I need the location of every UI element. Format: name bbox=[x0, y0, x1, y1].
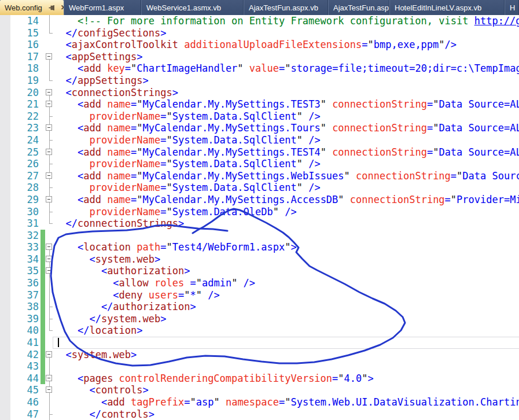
token: " bbox=[167, 241, 172, 253]
pin-icon[interactable] bbox=[48, 4, 56, 12]
code-text[interactable]: <system.web> bbox=[54, 349, 519, 361]
fold-line bbox=[49, 27, 50, 33]
tab-ajaxtestfun-aspx[interactable]: AjaxTestFun.aspx bbox=[328, 0, 389, 15]
code-text[interactable]: <system.web> bbox=[54, 253, 519, 266]
fold-margin bbox=[45, 373, 54, 385]
code-text[interactable]: <add name="MyCalendar.My.MySettings.WebI… bbox=[54, 170, 519, 182]
code-text[interactable]: <add name="MyCalendar.My.MySettings.Acce… bbox=[54, 194, 519, 206]
fold-toggle-icon[interactable] bbox=[46, 267, 52, 274]
code-text[interactable]: </configSections> bbox=[54, 27, 519, 39]
text-cursor bbox=[58, 338, 59, 347]
change-bar bbox=[41, 289, 45, 301]
code-text[interactable]: <add name="MyCalendar.My.MySettings.TEST… bbox=[54, 146, 519, 159]
tab-h[interactable]: H bbox=[505, 0, 519, 15]
code-text[interactable]: providerName="System.Data.SqlClient" /> bbox=[54, 182, 519, 194]
tab-label: HotelEditInLineLV.aspx.vb bbox=[395, 3, 481, 12]
fold-toggle-icon[interactable] bbox=[46, 375, 52, 381]
token: < bbox=[54, 384, 95, 396]
code-text[interactable]: <pages controlRenderingCompatibilityVers… bbox=[54, 373, 519, 385]
fold-toggle-icon[interactable] bbox=[46, 89, 52, 95]
token: providerName bbox=[54, 110, 160, 122]
tab-webservice1-asmx-vb[interactable]: WebService1.asmx.vb bbox=[141, 0, 244, 15]
fold-toggle-icon[interactable] bbox=[46, 124, 52, 131]
fold-margin bbox=[45, 337, 54, 349]
code-text[interactable]: <add name="MyCalendar.My.MySettings.Tour… bbox=[54, 122, 519, 134]
code-text[interactable]: <controls> bbox=[54, 384, 519, 396]
token: add bbox=[83, 62, 101, 74]
code-text[interactable]: <add tagPrefix="asp" namespace="System.W… bbox=[54, 396, 519, 408]
token: > bbox=[131, 349, 137, 360]
code-text[interactable]: <ajaxControlToolkit additionalUploadFile… bbox=[54, 39, 519, 51]
token: > bbox=[290, 241, 296, 253]
fold-margin bbox=[45, 241, 54, 253]
fold-toggle-icon[interactable] bbox=[46, 256, 52, 262]
code-text[interactable]: </authorization> bbox=[54, 301, 519, 313]
fold-toggle-icon[interactable] bbox=[46, 244, 52, 250]
code-text[interactable]: </connectionStrings> bbox=[54, 218, 519, 230]
editor[interactable]: 14 <!-- For more information on Entity F… bbox=[0, 15, 519, 420]
fold-line bbox=[49, 396, 50, 408]
fold-toggle-icon[interactable] bbox=[46, 386, 52, 393]
fold-toggle-icon[interactable] bbox=[46, 196, 52, 202]
token: < bbox=[54, 170, 83, 182]
code-text[interactable] bbox=[54, 337, 519, 349]
code-line-23: 23 <add name="MyCalendar.My.MySettings.T… bbox=[0, 122, 519, 134]
code-text[interactable]: <allow roles ="admin" /> bbox=[54, 277, 519, 289]
code-text[interactable]: providerName="System.Data.SqlClient" /> bbox=[54, 110, 519, 123]
token: connectionString bbox=[326, 146, 427, 158]
line-number: 24 bbox=[0, 134, 41, 146]
code-text[interactable] bbox=[54, 230, 519, 242]
token: add bbox=[83, 146, 101, 158]
code-text[interactable]: <authorization> bbox=[54, 265, 519, 277]
line-number: 31 bbox=[0, 218, 41, 230]
tab-ajaxtestfun-aspx-vb[interactable]: AjaxTestFun.aspx.vb bbox=[244, 0, 328, 15]
fold-toggle-icon[interactable] bbox=[46, 101, 52, 107]
fold-margin bbox=[45, 27, 54, 39]
line-number: 27 bbox=[0, 170, 41, 182]
tab-hoteleditinlinelv-aspx-vb[interactable]: HotelEditInLineLV.aspx.vb bbox=[389, 0, 505, 15]
token: /> bbox=[303, 110, 321, 122]
token: add bbox=[107, 396, 125, 408]
code-text[interactable] bbox=[54, 360, 519, 373]
code-text[interactable]: <appSettings> bbox=[54, 51, 519, 63]
token: " bbox=[166, 110, 172, 122]
tab-webform1-aspx[interactable]: WebForm1.aspx bbox=[64, 0, 141, 15]
tab-web-config[interactable]: Web.config✕ bbox=[0, 0, 64, 15]
token: " bbox=[131, 62, 137, 74]
code-text[interactable]: providerName="System.Data.SqlClient" /> bbox=[54, 134, 519, 146]
token: MyCalendar.My.MySettings.Tours bbox=[143, 122, 321, 134]
code-text[interactable]: </controls> bbox=[54, 408, 519, 420]
token: <!-- For more information on Entity Fram… bbox=[54, 15, 474, 27]
code-text[interactable]: <location path="Test4/WebForm1.aspx"> bbox=[54, 241, 519, 253]
token: " bbox=[367, 39, 373, 50]
token: MyCalendar.My.MySettings.TEST4 bbox=[143, 146, 321, 158]
fold-margin bbox=[45, 313, 54, 325]
code-text[interactable]: </location> bbox=[54, 325, 519, 337]
code-line-34: 34 <system.web> bbox=[0, 253, 519, 266]
change-bar-empty bbox=[41, 75, 45, 87]
change-bar bbox=[41, 360, 45, 373]
token: " bbox=[338, 194, 344, 205]
token: /> bbox=[303, 134, 321, 146]
code-text[interactable]: <connectionStrings> bbox=[54, 87, 519, 99]
fold-toggle-icon[interactable] bbox=[46, 172, 52, 179]
code-line-45: 45 <controls> bbox=[0, 384, 519, 396]
fold-toggle-icon[interactable] bbox=[46, 53, 52, 60]
code-text[interactable]: </appSettings> bbox=[54, 75, 519, 87]
fold-region-end bbox=[49, 212, 53, 212]
token: = bbox=[160, 182, 166, 193]
line-number: 14 bbox=[0, 15, 41, 27]
fold-margin bbox=[45, 384, 54, 396]
code-text[interactable]: <!-- For more information on Entity Fram… bbox=[54, 15, 519, 27]
code-text[interactable]: <add key="ChartImageHandler" value="stor… bbox=[54, 62, 519, 75]
code-text[interactable]: <deny users="*" /> bbox=[54, 289, 519, 301]
fold-toggle-icon[interactable] bbox=[46, 149, 52, 155]
code-area: 14 <!-- For more information on Entity F… bbox=[0, 15, 519, 420]
code-text[interactable]: providerName="System.Data.OleDb" /> bbox=[54, 206, 519, 218]
fold-toggle-icon[interactable] bbox=[46, 351, 52, 358]
code-text[interactable]: </system.web> bbox=[54, 313, 519, 325]
token: /> bbox=[303, 182, 321, 193]
code-text[interactable]: <add name="MyCalendar.My.MySettings.TEST… bbox=[54, 98, 519, 110]
code-text[interactable]: providerName="System.Data.SqlClient" /> bbox=[54, 158, 519, 170]
token: = bbox=[131, 170, 137, 182]
